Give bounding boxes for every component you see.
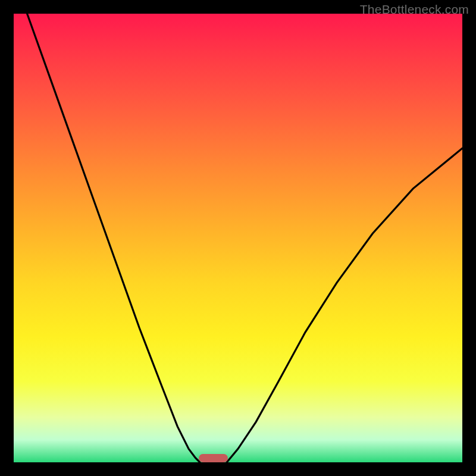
optimal-marker xyxy=(199,454,228,462)
right-curve xyxy=(227,148,462,462)
curve-layer xyxy=(14,14,462,462)
plot-area xyxy=(14,14,462,462)
left-curve xyxy=(27,14,200,462)
outer-frame: TheBottleneck.com xyxy=(0,0,476,476)
